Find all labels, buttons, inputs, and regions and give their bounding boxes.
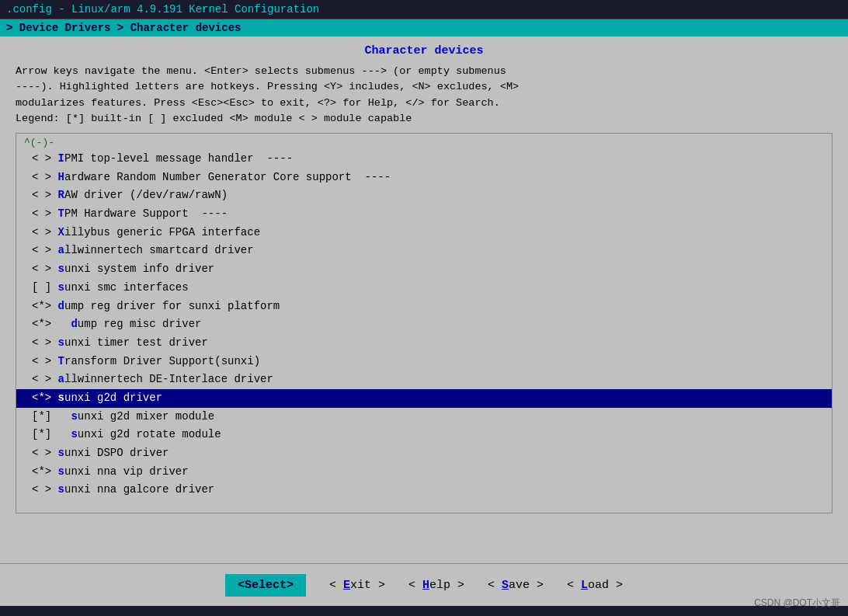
list-item[interactable]: < > sunxi timer test driver (16, 334, 832, 353)
list-item[interactable]: < > TPM Hardware Support ---- (16, 205, 832, 224)
help-line-2: ----). Highlighted letters are hotkeys. … (16, 79, 832, 95)
scroll-indicator: ^(-)- (16, 137, 832, 148)
help-button[interactable]: < Help > (408, 579, 464, 592)
list-item[interactable]: [*] sunxi g2d rotate module (16, 426, 832, 444)
list-item[interactable]: < > IPMI top-level message handler ---- (16, 150, 832, 169)
bottom-bar: <Select> < Exit > < Help > < Save > < Lo… (0, 563, 848, 606)
list-item[interactable]: <*> dump reg misc driver (16, 315, 832, 334)
list-item[interactable]: [*] sunxi g2d mixer module (16, 408, 832, 426)
list-item[interactable]: <*> sunxi g2d driver (16, 389, 832, 408)
list-item[interactable]: [ ] sunxi smc interfaces (16, 279, 832, 298)
list-item[interactable]: < > sunxi nna galcore driver (16, 481, 832, 499)
list-item[interactable]: <*> dump reg driver for sunxi platform (16, 298, 832, 316)
menu-border: ^(-)- < > IPMI top-level message handler… (16, 133, 832, 513)
list-item[interactable]: < > Xillybus generic FPGA interface (16, 224, 832, 242)
list-item[interactable]: < > Transform Driver Support(sunxi) (16, 353, 832, 371)
title-text: .config - Linux/arm 4.9.191 Kernel Confi… (6, 3, 319, 16)
exit-button[interactable]: < Exit > (329, 579, 385, 592)
breadcrumb-bar: > Device Drivers > Character devices (0, 19, 848, 37)
list-item[interactable]: < > allwinnertech DE-Interlace driver (16, 371, 832, 389)
breadcrumb-device-drivers[interactable]: Device Drivers (19, 22, 111, 34)
main-container: Character devices Arrow keys navigate th… (0, 37, 848, 563)
help-line-1: Arrow keys navigate the menu. <Enter> se… (16, 64, 832, 79)
list-item[interactable]: <*> sunxi nna vip driver (16, 463, 832, 482)
help-line-3: modularizes features. Press <Esc><Esc> t… (16, 96, 832, 111)
breadcrumb-arrow: > (6, 22, 19, 34)
help-text: Arrow keys navigate the menu. <Enter> se… (16, 64, 832, 127)
list-item[interactable]: < > Hardware Random Number Generator Cor… (16, 169, 832, 187)
select-button[interactable]: <Select> (225, 574, 306, 597)
help-line-4: Legend: [*] built-in [ ] excluded <M> mo… (16, 111, 832, 127)
breadcrumb-character-devices[interactable]: Character devices (130, 22, 242, 34)
watermark: CSDN @DOT小文哥 (754, 597, 840, 610)
list-item[interactable]: < > RAW driver (/dev/raw/rawN) (16, 186, 832, 205)
save-button[interactable]: < Save > (488, 579, 544, 592)
list-item[interactable]: < > sunxi system info driver (16, 260, 832, 279)
page-title: Character devices (16, 44, 832, 57)
list-item[interactable]: < > allwinnertech smartcard driver (16, 242, 832, 260)
list-item[interactable]: < > sunxi DSPO driver (16, 444, 832, 463)
load-button[interactable]: < Load > (567, 579, 623, 592)
title-bar: .config - Linux/arm 4.9.191 Kernel Confi… (0, 0, 848, 19)
